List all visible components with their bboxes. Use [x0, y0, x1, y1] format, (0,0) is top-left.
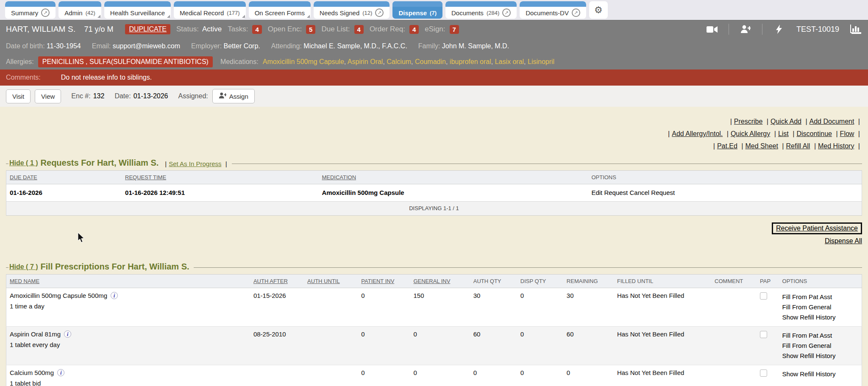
tab-label: Documents: [451, 9, 484, 17]
enc-date-label: Date:: [114, 92, 131, 100]
edit-request-link[interactable]: Edit Request: [591, 189, 628, 196]
tab-needs-signed[interactable]: Needs Signed(12)↗: [314, 1, 389, 19]
medication-link[interactable]: Lasix oral: [495, 58, 524, 65]
settings-gear-icon[interactable]: ⚙: [589, 1, 608, 19]
fill-from-pat-asst-link[interactable]: Fill From Pat Asst: [782, 292, 858, 302]
col-request-time[interactable]: REQUEST TIME: [125, 174, 166, 181]
external-link-icon[interactable]: ↗: [41, 8, 50, 17]
fill-from-general-link[interactable]: Fill From General: [782, 341, 858, 351]
add-allergy-link[interactable]: Add Allergy/Intol.: [672, 130, 723, 137]
flow-link[interactable]: Flow: [840, 130, 854, 137]
col-options: OPTIONS: [782, 278, 807, 284]
video-camera-icon[interactable]: [706, 24, 718, 34]
tab-admin[interactable]: Admin(42): [58, 1, 101, 19]
medication-link[interactable]: Calcium: [387, 58, 411, 65]
med-sheet-link[interactable]: Med Sheet: [746, 142, 778, 150]
duplicate-badge[interactable]: DUPLICATE: [125, 24, 170, 34]
show-refill-history-link[interactable]: Show Refill History: [782, 369, 858, 379]
due-list-count-badge[interactable]: 4: [354, 25, 364, 34]
tab-count: (12): [362, 10, 372, 16]
info-icon[interactable]: i: [111, 292, 118, 299]
show-refill-history-link[interactable]: Show Refill History: [782, 312, 858, 322]
employer-value: Better Corp.: [224, 42, 260, 50]
tab-dispense[interactable]: Dispense(7): [392, 1, 442, 19]
col-auth-after[interactable]: AUTH AFTER: [253, 278, 288, 284]
divider: [762, 24, 762, 35]
dispense-all-link[interactable]: Dispense All: [825, 237, 862, 244]
external-link-icon[interactable]: ↗: [502, 8, 511, 17]
filled-until: Has Not Yet Been Filled: [614, 365, 711, 386]
tab-documents-dv[interactable]: Documents-DV↗: [520, 1, 586, 19]
view-button[interactable]: View: [35, 89, 61, 103]
col-due-date[interactable]: DUE DATE: [10, 174, 37, 181]
request-medication: Amoxicillin 500mg Capsule: [318, 184, 588, 202]
tasks-count-badge[interactable]: 4: [252, 25, 262, 34]
prescribe-link[interactable]: Prescribe: [734, 118, 763, 125]
lightning-icon[interactable]: [773, 24, 785, 34]
col-disp-qty: DISP QTY: [520, 278, 546, 284]
pap-checkbox[interactable]: [760, 331, 767, 338]
fill-table-header: MED NAME AUTH AFTER AUTH UNTIL PATIENT I…: [6, 275, 862, 288]
person-add-icon[interactable]: [739, 24, 752, 34]
esign-count-badge[interactable]: 7: [450, 25, 459, 34]
fill-from-general-link[interactable]: Fill From General: [782, 302, 858, 312]
med-history-link[interactable]: Med History: [818, 142, 854, 150]
patient-inv: 0: [358, 365, 410, 386]
list-link[interactable]: List: [778, 130, 789, 137]
medication-link[interactable]: Lisinopril: [528, 58, 554, 65]
info-icon[interactable]: i: [64, 330, 71, 338]
medication-link[interactable]: ibuprofen oral: [450, 58, 491, 65]
medication-link[interactable]: Aspirin Oral: [348, 58, 383, 65]
filled-until: Has Not Yet Been Filled: [614, 288, 711, 327]
pat-ed-link[interactable]: Pat.Ed: [717, 142, 737, 150]
allergies-badge[interactable]: PENICILLINS , SULFA(SULFONAMIDE ANTIBIOT…: [38, 56, 213, 67]
receive-patient-assistance-link[interactable]: Receive Patient Assistance: [776, 225, 858, 232]
discontinue-link[interactable]: Discontinue: [796, 130, 832, 137]
requests-table: DUE DATE REQUEST TIME MEDICATION OPTIONS…: [6, 170, 862, 216]
medication-link[interactable]: Coumadin: [415, 58, 446, 65]
tab-summary[interactable]: Summary↗: [5, 1, 56, 19]
external-link-icon[interactable]: ↗: [375, 8, 384, 17]
col-auth-qty: AUTH QTY: [473, 278, 501, 284]
set-as-in-progress-link[interactable]: Set As In Progress: [169, 160, 221, 167]
tab-documents[interactable]: Documents(284)↗: [445, 1, 517, 19]
remaining: 0: [563, 365, 614, 386]
order-req-count-badge[interactable]: 4: [409, 25, 419, 34]
col-med-name[interactable]: MED NAME: [10, 278, 39, 284]
request-due-date: 01-16-2026: [6, 184, 122, 202]
col-auth-until[interactable]: AUTH UNTIL: [307, 278, 340, 284]
col-medication[interactable]: MEDICATION: [322, 174, 356, 181]
action-links-row-2: |Add Allergy/Intol. |Quick Allergy |List…: [6, 128, 862, 140]
add-document-link[interactable]: Add Document: [810, 118, 854, 125]
fill-from-pat-asst-link[interactable]: Fill From Pat Asst: [782, 330, 858, 341]
tab-medical-record[interactable]: Medical Record(177): [174, 1, 246, 19]
show-refill-history-link[interactable]: Show Refill History: [782, 351, 858, 361]
fill-hide-link[interactable]: Hide ( 7 ): [9, 263, 38, 271]
comment: [711, 365, 757, 386]
tab-health-surveillance[interactable]: Health Surveillance: [104, 1, 171, 19]
cancel-request-link[interactable]: Cancel Request: [629, 189, 675, 196]
external-link-icon[interactable]: ↗: [572, 8, 580, 17]
quick-allergy-link[interactable]: Quick Allergy: [731, 130, 770, 137]
pap-checkbox[interactable]: [760, 369, 767, 377]
bar-chart-icon[interactable]: [849, 24, 862, 34]
tab-accent-strip: [392, 1, 442, 7]
medication-link[interactable]: Amoxicillin 500mg Capsule: [263, 58, 344, 65]
requests-hide-link[interactable]: Hide ( 1 ): [9, 159, 38, 167]
requests-table-header: DUE DATE REQUEST TIME MEDICATION OPTIONS: [6, 171, 862, 184]
assign-button[interactable]: Assign: [212, 89, 255, 103]
pap-checkbox[interactable]: [760, 292, 767, 300]
refill-all-link[interactable]: Refill All: [786, 142, 810, 150]
col-patient-inv[interactable]: PATIENT INV: [361, 278, 394, 284]
col-general-inv[interactable]: GENERAL INV: [413, 278, 450, 284]
tab-accent-strip: [314, 1, 389, 7]
family-value: John M. Sample, M.D.: [442, 42, 509, 50]
info-icon[interactable]: i: [57, 369, 64, 376]
request-time: 01-16-2026 12:49:51: [122, 184, 318, 202]
visit-button[interactable]: Visit: [6, 89, 31, 103]
tab-label: Documents-DV: [526, 9, 569, 17]
open-enc-count-badge[interactable]: 5: [306, 25, 315, 34]
quick-add-link[interactable]: Quick Add: [771, 118, 801, 125]
med-sig: 1 time a day: [10, 303, 247, 310]
tab-on-screen-forms[interactable]: On Screen Forms: [249, 1, 311, 19]
